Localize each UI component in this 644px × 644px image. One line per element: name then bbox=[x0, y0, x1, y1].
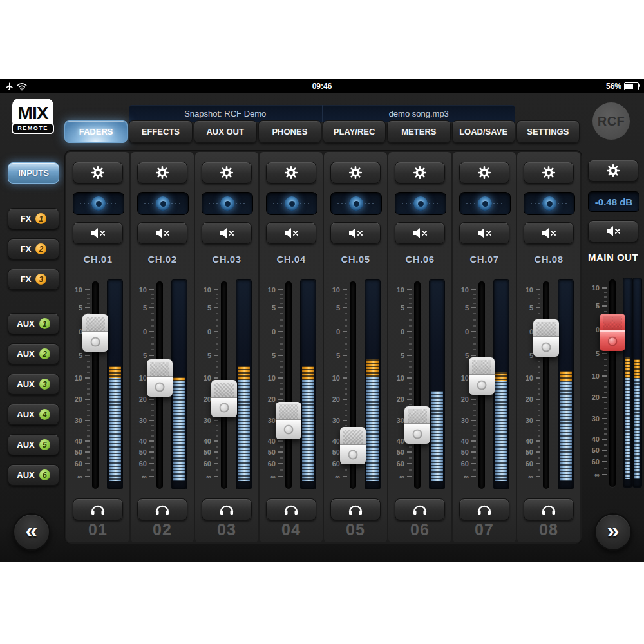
pan-knob[interactable] bbox=[220, 196, 234, 211]
pan-knob[interactable] bbox=[478, 196, 492, 211]
pan-control[interactable] bbox=[524, 192, 575, 215]
sidebar-aux6-button[interactable]: AUX 6 bbox=[8, 464, 59, 486]
sidebar-aux4-button[interactable]: AUX 4 bbox=[8, 404, 59, 425]
tab-play-rec[interactable]: PLAY/REC bbox=[323, 120, 386, 143]
headphones-button[interactable] bbox=[137, 498, 187, 520]
main-settings-button[interactable] bbox=[588, 160, 638, 182]
scale-tick-label: ∞ bbox=[77, 473, 82, 480]
pan-knob[interactable] bbox=[156, 196, 170, 211]
pan-knob[interactable] bbox=[413, 196, 428, 211]
main-fader-cap[interactable] bbox=[600, 314, 625, 351]
pan-control[interactable] bbox=[202, 192, 253, 215]
scale-minor-tick bbox=[604, 444, 607, 446]
fader-cap[interactable] bbox=[340, 427, 366, 464]
pan-control[interactable] bbox=[459, 192, 511, 215]
sidebar-aux5-button[interactable]: AUX 5 bbox=[8, 434, 59, 455]
pan-knob[interactable] bbox=[285, 196, 299, 211]
fader-cap[interactable] bbox=[82, 314, 108, 352]
sidebar-aux2-button[interactable]: AUX 2 bbox=[8, 343, 59, 365]
scale-tick bbox=[214, 289, 218, 290]
screenshot-canvas: 09:46 56% MIX REMOTE Snapshot: RCF Demo … bbox=[0, 0, 644, 644]
tab-settings[interactable]: SETTINGS bbox=[516, 120, 580, 143]
pan-knob[interactable] bbox=[91, 196, 106, 211]
headphones-button[interactable] bbox=[395, 498, 445, 520]
scale-tick bbox=[278, 289, 283, 290]
fader-cap[interactable] bbox=[533, 319, 559, 357]
mute-button[interactable] bbox=[202, 222, 252, 244]
headphones-button[interactable] bbox=[459, 498, 509, 520]
scale-tick bbox=[149, 289, 154, 290]
pan-knob[interactable] bbox=[542, 196, 556, 211]
scale-minor-tick bbox=[604, 296, 607, 298]
mute-button[interactable] bbox=[137, 222, 187, 244]
pan-control[interactable] bbox=[395, 192, 446, 215]
main-out-strip: -0.48 dB MAIN OUT 10505102030405060∞ bbox=[583, 150, 643, 511]
channel-settings-button[interactable] bbox=[202, 162, 252, 184]
scale-tick-label: 30 bbox=[268, 417, 276, 424]
aux3-badge: 3 bbox=[39, 379, 50, 390]
pan-control[interactable] bbox=[137, 192, 189, 215]
headphones-button[interactable] bbox=[202, 498, 252, 520]
fx-label: FX bbox=[21, 274, 32, 284]
scale-minor-tick bbox=[473, 430, 476, 431]
tab-aux-out[interactable]: AUX OUT bbox=[194, 120, 257, 143]
headphones-button[interactable] bbox=[73, 498, 123, 520]
fader-cap[interactable] bbox=[469, 357, 495, 395]
sidebar-inputs-button[interactable]: INPUTS bbox=[8, 162, 59, 184]
scale-tick bbox=[602, 375, 607, 377]
channel-settings-button[interactable] bbox=[137, 162, 187, 184]
mute-button[interactable] bbox=[524, 222, 574, 244]
headphones-button[interactable] bbox=[330, 498, 381, 520]
channel-settings-button[interactable] bbox=[395, 162, 445, 184]
headphones-button[interactable] bbox=[524, 498, 574, 520]
scale-tick bbox=[343, 289, 347, 290]
tab-phones[interactable]: PHONES bbox=[258, 120, 321, 143]
fader-cap[interactable] bbox=[276, 402, 301, 439]
app-window: 09:46 56% MIX REMOTE Snapshot: RCF Demo … bbox=[0, 79, 644, 562]
scale-minor-tick bbox=[216, 446, 218, 448]
fader-cap[interactable] bbox=[147, 359, 173, 397]
channel-settings-button[interactable] bbox=[73, 162, 123, 184]
scale-minor-tick bbox=[538, 303, 540, 304]
sidebar-fx2-button[interactable]: FX 2 bbox=[8, 238, 59, 260]
scale-minor-tick bbox=[345, 337, 347, 338]
scale-tick-label: ∞ bbox=[594, 471, 600, 478]
channel-label: CH.08 bbox=[517, 254, 580, 265]
pan-control[interactable] bbox=[73, 192, 124, 215]
scale-tick-label: 5 bbox=[207, 304, 211, 312]
main-mute-button[interactable] bbox=[588, 220, 638, 242]
headphones-button[interactable] bbox=[266, 498, 316, 520]
pan-knob[interactable] bbox=[349, 196, 363, 211]
sidebar-fx3-button[interactable]: FX 3 bbox=[8, 269, 59, 290]
fader-cap[interactable] bbox=[211, 380, 237, 417]
fader-cap[interactable] bbox=[404, 406, 430, 444]
tab-effects[interactable]: EFFECTS bbox=[129, 120, 192, 143]
sidebar-aux1-button[interactable]: AUX 1 bbox=[8, 313, 59, 334]
prev-page-button[interactable]: « bbox=[13, 513, 50, 551]
tab-meters[interactable]: METERS bbox=[387, 120, 450, 143]
scale-minor-tick bbox=[280, 372, 283, 373]
scale-tick bbox=[407, 331, 412, 332]
mute-button[interactable] bbox=[330, 222, 381, 244]
tab-faders[interactable]: FADERS bbox=[64, 120, 128, 143]
meter-orange bbox=[109, 366, 121, 378]
pan-control[interactable] bbox=[330, 192, 382, 215]
pan-control[interactable] bbox=[266, 192, 317, 215]
scale-tick-label: 40 bbox=[139, 437, 147, 445]
scale-minor-tick bbox=[216, 435, 218, 437]
tab-load-save[interactable]: LOAD/SAVE bbox=[452, 120, 515, 143]
scale-tick-label: 10 bbox=[75, 286, 82, 294]
mute-button[interactable] bbox=[459, 222, 509, 244]
channel-settings-button[interactable] bbox=[459, 162, 509, 184]
scale-tick-label: 10 bbox=[139, 286, 147, 294]
channel-settings-button[interactable] bbox=[524, 162, 574, 184]
mute-button[interactable] bbox=[73, 222, 123, 244]
next-page-button[interactable]: » bbox=[594, 513, 632, 551]
mute-button[interactable] bbox=[266, 222, 316, 244]
sidebar-aux3-button[interactable]: AUX 3 bbox=[8, 374, 59, 395]
sidebar-fx1-button[interactable]: FX 1 bbox=[8, 208, 59, 229]
channel-settings-button[interactable] bbox=[266, 162, 316, 184]
channel-settings-button[interactable] bbox=[330, 162, 381, 184]
mute-button[interactable] bbox=[395, 222, 445, 244]
scale-tick bbox=[278, 331, 283, 332]
